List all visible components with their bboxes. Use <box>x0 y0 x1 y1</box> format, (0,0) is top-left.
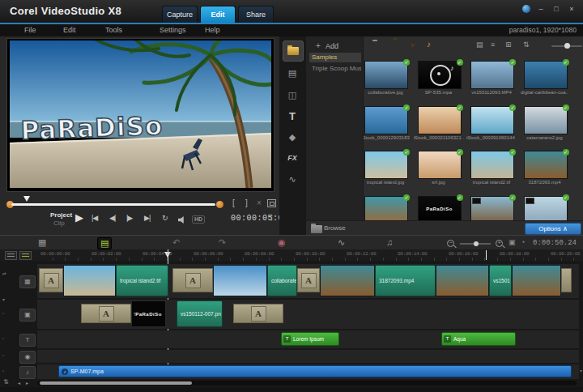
nav-graphics[interactable]: ◆ <box>283 127 302 147</box>
transition-clip[interactable]: A <box>81 304 131 323</box>
browse-button[interactable]: Browse <box>324 224 346 232</box>
storyboard-view-button[interactable]: ▦ <box>38 237 46 248</box>
project-mode-label[interactable]: Project <box>50 211 72 219</box>
clip[interactable]: vs150112-007.pn <box>177 300 223 327</box>
library-item[interactable]: ✓iStock_000091060144 . <box>470 106 516 134</box>
music-track-icon[interactable]: ♪ <box>19 366 36 379</box>
track-ratio-icon[interactable]: ⇄ <box>2 271 17 276</box>
tab-edit[interactable]: Edit <box>200 6 236 23</box>
clip-thumbnail[interactable] <box>512 265 561 296</box>
transition-clip[interactable]: A <box>233 304 283 323</box>
expand-tracks-icon[interactable]: ▾ <box>2 296 17 302</box>
track-toggle-icon[interactable]: ▫ <box>2 336 17 341</box>
title-track-icon[interactable]: T <box>19 334 36 347</box>
hscrollbar-thumb[interactable] <box>40 381 192 385</box>
library-item[interactable]: ✓catamarans2.jpg <box>524 106 569 134</box>
menu-settings[interactable]: Settings <box>160 26 186 34</box>
fit-project-icon[interactable]: ▣ <box>509 237 516 248</box>
library-item[interactable]: ✓vs150112093.MP4 <box>470 61 516 89</box>
library-item[interactable]: ✓digital-caribbean-coa.. <box>524 61 569 89</box>
duration-clock-icon[interactable]: ◔ <box>521 237 525 248</box>
zoom-slider-handle[interactable] <box>564 43 570 49</box>
menu-tools[interactable]: Tools <box>105 26 122 34</box>
clip-thumbnail[interactable] <box>63 265 116 296</box>
show-all-tracks-icon[interactable] <box>5 251 17 260</box>
redo-button[interactable]: ↷ <box>219 237 226 248</box>
previous-frame-button[interactable]: ◀| <box>109 214 115 222</box>
timeline-view-button[interactable]: ▤ <box>97 237 112 249</box>
library-item[interactable]: ✓iStock_000012903183 <box>364 106 410 134</box>
menu-help[interactable]: Help <box>205 26 220 34</box>
zoom-in-icon[interactable]: + <box>496 240 503 247</box>
library-item[interactable]: ✓srf.jpg <box>418 151 463 179</box>
title-clip[interactable]: TLorem Ipsum <box>281 332 339 346</box>
record-capture-option-button[interactable]: ◉ <box>278 237 286 248</box>
transition-clip[interactable]: A <box>39 268 63 292</box>
trim-handle-right[interactable] <box>216 201 223 208</box>
mark-in-button[interactable]: [ <box>232 198 235 207</box>
preview-scrubber[interactable]: [ ] × <box>0 193 279 211</box>
title-clip[interactable]: TAqua <box>441 332 516 346</box>
undo-button[interactable]: ↶ <box>172 237 180 248</box>
timeline-zoom-slider[interactable] <box>460 243 491 245</box>
show-audio-icon[interactable]: ♪ <box>427 40 431 49</box>
split-clip-button[interactable]: × <box>257 198 262 207</box>
sound-mixer-button[interactable]: ∿ <box>338 237 345 248</box>
tab-share[interactable]: Share <box>238 6 274 23</box>
clip[interactable]: collaborate <box>267 265 297 296</box>
minimize-button[interactable]: – <box>536 4 546 14</box>
timeline-zoom-handle[interactable] <box>474 241 479 246</box>
add-icon[interactable]: + <box>316 41 321 50</box>
library-item[interactable]: ♪✓SP-535.mpa <box>418 61 463 89</box>
scrubber-track[interactable] <box>11 203 215 206</box>
nav-filters[interactable]: FX <box>283 148 302 168</box>
options-button[interactable]: Options ∧ <box>525 223 581 235</box>
track-manager-icon[interactable] <box>19 251 32 260</box>
timeline-hscrollbar[interactable] <box>37 381 577 386</box>
clip[interactable]: tropical island2.tif <box>116 265 168 296</box>
overlay-track-icon[interactable]: ▣ <box>19 309 36 322</box>
play-button[interactable]: ▶ <box>75 211 83 224</box>
clip-thumbnail[interactable] <box>320 265 375 296</box>
scroll-left-icon[interactable]: ◂ <box>18 380 20 386</box>
library-item[interactable]: ✓tropical island.jpg <box>364 151 410 179</box>
track-toggle-icon[interactable]: ▫ <box>2 311 17 316</box>
clip[interactable]: 31872093.mp4 <box>375 265 436 296</box>
nav-instant-project[interactable]: ▤ <box>283 63 302 83</box>
video-track-icon[interactable]: ▦ <box>19 275 36 288</box>
help-globe-icon[interactable] <box>522 5 530 13</box>
grid-view-icon[interactable]: ⊞ <box>505 40 512 49</box>
thumbnail-view-icon[interactable]: ▤ <box>476 40 483 49</box>
sort-icon[interactable]: ⇅ <box>523 40 530 49</box>
library-item[interactable]: ✓ <box>364 196 410 220</box>
home-button[interactable]: |◀ <box>91 214 97 222</box>
clip-mode-label[interactable]: Clip <box>53 219 65 227</box>
title-overlay-clip[interactable]: PaRaDiSoT <box>131 300 166 327</box>
library-item[interactable]: ✓tropical island2.tif <box>470 151 516 179</box>
repeat-button[interactable]: ↻ <box>162 214 168 222</box>
scrubber-playhead[interactable] <box>23 196 30 202</box>
library-item[interactable]: PaRaDiSo✓ <box>418 196 463 220</box>
scroll-right-icon[interactable]: ▸ <box>26 380 28 386</box>
transition-clip[interactable] <box>561 268 572 292</box>
end-button[interactable]: ▶| <box>144 214 150 222</box>
clip-thumbnail[interactable] <box>213 265 267 296</box>
vscroll-down-icon[interactable]: ▾ <box>580 368 582 373</box>
volume-icon[interactable] <box>178 216 185 224</box>
tab-capture[interactable]: Capture <box>162 6 198 23</box>
library-item[interactable]: ✓31872093.mp4 <box>524 151 569 179</box>
list-view-icon[interactable]: ≡ <box>491 40 495 49</box>
track-toggle-icon[interactable]: ▫ <box>2 353 17 358</box>
hd-toggle[interactable]: HD <box>192 215 205 224</box>
mark-out-button[interactable]: ] <box>245 198 248 207</box>
library-item[interactable]: ✓collaborative.jpg <box>364 61 410 89</box>
transition-clip[interactable]: A <box>297 268 320 292</box>
enlarge-preview-icon[interactable] <box>267 199 276 207</box>
library-item[interactable]: ✓ <box>470 196 516 220</box>
clip[interactable]: vs1501 <box>489 265 512 296</box>
track-swap-icon[interactable]: ⇅ <box>3 378 9 386</box>
nav-motion-paths[interactable]: ∿ <box>283 169 302 189</box>
next-frame-button[interactable]: |▶ <box>126 214 132 222</box>
thumbnail-zoom-slider[interactable] <box>551 45 582 47</box>
nav-transitions[interactable]: ◫ <box>283 85 302 104</box>
